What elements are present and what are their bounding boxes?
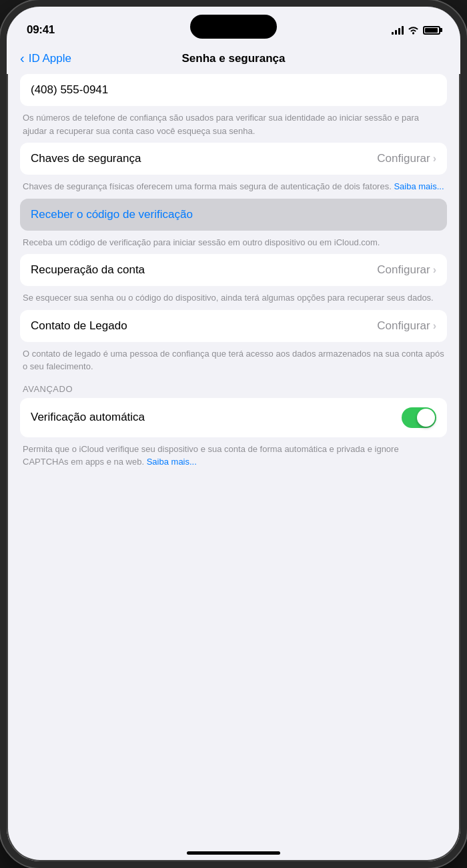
security-keys-configure: Configurar bbox=[377, 152, 430, 165]
account-recovery-description: Se esquecer sua senha ou o código do dis… bbox=[20, 291, 447, 305]
auto-verification-item: Verificação automática bbox=[20, 398, 447, 437]
status-icons bbox=[392, 25, 440, 35]
main-content: (408) 555-0941 Os números de telefone de… bbox=[7, 74, 460, 851]
security-keys-learn-more[interactable]: Saiba mais... bbox=[394, 181, 444, 191]
legacy-contact-description: O contato de legado é uma pessoa de conf… bbox=[20, 347, 447, 373]
phone-number-value: (408) 555-0941 bbox=[31, 83, 436, 97]
security-keys-chevron-icon: › bbox=[433, 153, 436, 165]
verification-code-label: Receber o código de verificação bbox=[31, 208, 193, 221]
verification-code-description: Receba um código de verificação para ini… bbox=[20, 236, 447, 249]
account-recovery-card: Recuperação da conta Configurar › bbox=[20, 254, 447, 286]
back-label: ID Apple bbox=[29, 52, 71, 65]
account-recovery-item[interactable]: Recuperação da conta Configurar › bbox=[20, 254, 447, 286]
account-recovery-label: Recuperação da conta bbox=[31, 263, 145, 277]
account-recovery-action: Configurar › bbox=[377, 263, 436, 277]
account-recovery-configure: Configurar bbox=[377, 263, 430, 277]
back-button[interactable]: ‹ ID Apple bbox=[20, 51, 71, 66]
toggle-knob bbox=[417, 409, 435, 427]
battery-icon bbox=[423, 26, 440, 35]
signal-icon bbox=[392, 25, 404, 35]
legacy-contact-chevron-icon: › bbox=[433, 320, 436, 332]
security-keys-description: Chaves de segurança físicas oferecem uma… bbox=[20, 180, 447, 193]
advanced-section-header: AVANÇADO bbox=[20, 379, 447, 398]
security-keys-item[interactable]: Chaves de segurança Configurar › bbox=[20, 143, 447, 175]
security-keys-label: Chaves de segurança bbox=[31, 152, 141, 165]
legacy-contact-item[interactable]: Contato de Legado Configurar › bbox=[20, 310, 447, 342]
nav-bar: ‹ ID Apple Senha e segurança bbox=[7, 45, 460, 74]
auto-verification-description: Permita que o iCloud verifique seu dispo… bbox=[20, 443, 447, 469]
auto-verification-learn-more[interactable]: Saiba mais... bbox=[147, 457, 197, 467]
wifi-icon bbox=[408, 26, 419, 35]
account-recovery-chevron-icon: › bbox=[433, 264, 436, 276]
legacy-contact-action: Configurar › bbox=[377, 319, 436, 333]
legacy-contact-card: Contato de Legado Configurar › bbox=[20, 310, 447, 342]
svg-point-0 bbox=[412, 32, 414, 34]
phone-number-card: (408) 555-0941 bbox=[20, 74, 447, 106]
auto-verification-toggle[interactable] bbox=[402, 407, 436, 428]
verification-code-card[interactable]: Receber o código de verificação bbox=[20, 199, 447, 231]
legacy-contact-label: Contato de Legado bbox=[31, 319, 127, 333]
status-time: 09:41 bbox=[27, 23, 55, 37]
security-keys-action: Configurar › bbox=[377, 152, 436, 165]
security-keys-card: Chaves de segurança Configurar › bbox=[20, 143, 447, 175]
auto-verification-label: Verificação automática bbox=[31, 411, 145, 424]
nav-title: Senha e segurança bbox=[182, 52, 286, 65]
dynamic-island bbox=[190, 15, 277, 39]
phone-frame: 09:41 ‹ ID Apple bbox=[0, 0, 467, 868]
phone-number-description: Os números de telefone de confiança são … bbox=[20, 111, 447, 137]
auto-verification-card: Verificação automática bbox=[20, 398, 447, 437]
home-indicator[interactable] bbox=[187, 851, 280, 855]
legacy-contact-configure: Configurar bbox=[377, 319, 430, 333]
back-chevron-icon: ‹ bbox=[20, 51, 25, 66]
